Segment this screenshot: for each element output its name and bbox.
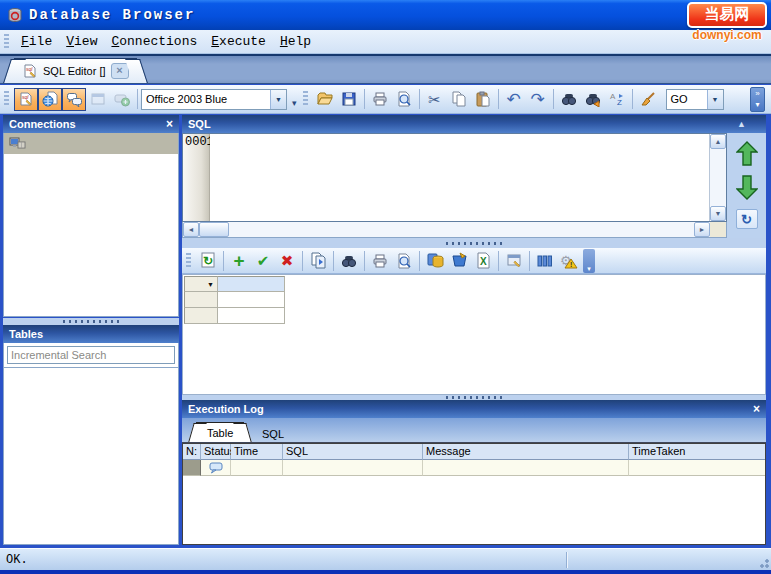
refresh-data-button[interactable]: ↻	[196, 249, 220, 272]
left-dock-splitter[interactable]	[3, 318, 179, 325]
watermark-badge: 当易网	[687, 2, 767, 28]
grid-toolbar-grip[interactable]	[186, 253, 191, 269]
tab-close-icon[interactable]: ×	[111, 63, 129, 79]
execution-log-row[interactable]	[183, 460, 765, 476]
execute-strip: ↻	[727, 133, 766, 238]
refresh-button[interactable]: ↻	[736, 209, 758, 229]
editor-grid-splitter[interactable]	[182, 238, 766, 248]
sql-editor-text-area[interactable]	[210, 134, 709, 221]
tab-sql[interactable]: SQL	[250, 428, 296, 440]
replace-text-button[interactable]: AZ	[605, 88, 629, 111]
save-button[interactable]	[337, 88, 361, 111]
connections-close-icon[interactable]: ×	[166, 119, 173, 129]
open-file-button[interactable]	[313, 88, 337, 111]
add-connection-button[interactable]	[110, 88, 134, 111]
execution-log-table[interactable]: N: Status Time SQL Message TimeTaken	[182, 443, 766, 545]
scroll-track[interactable]	[710, 149, 726, 206]
sql-editor[interactable]: 0001 ▲ ▼	[182, 133, 727, 222]
comments-button[interactable]	[62, 88, 86, 111]
svg-text:A: A	[610, 92, 616, 101]
new-sql-editor-button[interactable]: sql	[14, 88, 38, 111]
grid-options-button[interactable]: ⚙!	[557, 249, 581, 272]
grid-row-indicator[interactable]	[184, 292, 218, 308]
edit-form-button[interactable]	[502, 249, 526, 272]
scroll-thumb[interactable]	[199, 222, 229, 237]
sql-horizontal-scrollbar[interactable]: ◄ ►	[182, 222, 727, 238]
grid-filter-header-cell[interactable]: ▼	[184, 276, 218, 292]
go-combobox[interactable]: GO ▼	[666, 89, 724, 110]
preview-grid-button[interactable]	[392, 249, 416, 272]
empty-bucket-button[interactable]	[447, 249, 471, 272]
copy-records-button[interactable]	[306, 249, 330, 272]
sql-vertical-scrollbar[interactable]: ▲ ▼	[709, 134, 726, 221]
find-record-button[interactable]	[337, 249, 361, 272]
tables-panel: Tables	[3, 325, 179, 545]
grid-cell[interactable]	[218, 308, 285, 324]
svg-text:Z: Z	[617, 98, 622, 107]
refresh-icon: ↻	[741, 212, 752, 227]
connection-item[interactable]	[4, 133, 178, 154]
toolbar-grip[interactable]	[4, 91, 9, 107]
grid-row-indicator[interactable]	[184, 308, 218, 324]
open-connection-button[interactable]	[38, 88, 62, 111]
style-combobox[interactable]: Office 2003 Blue ▼	[141, 89, 287, 110]
properties-window-button[interactable]	[86, 88, 110, 111]
print-preview-button[interactable]	[392, 88, 416, 111]
line-number-gutter: 0001	[183, 134, 210, 221]
more-buttons-icon: »	[755, 90, 759, 98]
connections-list[interactable]	[3, 133, 179, 317]
menu-execute[interactable]: Execute	[204, 32, 273, 51]
grid-toolbar-overflow-button[interactable]: ▾	[583, 249, 595, 273]
menu-file[interactable]: File	[14, 32, 59, 51]
column-header: SQL	[283, 444, 423, 460]
menu-grip[interactable]	[4, 34, 9, 50]
execution-log-close-icon[interactable]: ×	[753, 404, 760, 414]
menu-help[interactable]: Help	[273, 32, 318, 51]
scroll-up-icon[interactable]: ▲	[710, 134, 726, 149]
overflow-dropdown-icon: ▾	[587, 265, 591, 272]
grid-cell[interactable]	[218, 292, 285, 308]
print-button[interactable]	[368, 88, 392, 111]
sql-cell	[283, 460, 423, 476]
resize-grip[interactable]	[757, 556, 769, 568]
tab-table[interactable]: Table	[196, 422, 244, 442]
post-record-icon[interactable]: ✔	[251, 249, 275, 272]
band-overflow-icon[interactable]: ▾	[292, 99, 297, 108]
tab-sql-editor[interactable]: sql SQL Editor [] ×	[14, 58, 137, 83]
style-combobox-dropdown-icon[interactable]: ▼	[270, 90, 286, 109]
incremental-search-input[interactable]	[7, 346, 175, 364]
result-grid-area[interactable]: ▼	[182, 274, 766, 395]
delete-record-icon[interactable]: ✖	[275, 249, 299, 272]
toolbar-overflow-button[interactable]: » ▾	[750, 87, 765, 112]
undo-icon[interactable]: ↶	[502, 88, 526, 111]
execute-up-button[interactable]	[736, 141, 758, 166]
export-database-button[interactable]	[423, 249, 447, 272]
toolbar-grip2[interactable]	[303, 91, 308, 107]
redo-icon[interactable]: ↷	[526, 88, 550, 111]
menu-connections[interactable]: Connections	[104, 32, 204, 51]
format-brush-button[interactable]	[636, 88, 660, 111]
find-replace-button[interactable]	[581, 88, 605, 111]
find-button[interactable]	[557, 88, 581, 111]
toolbar-separator	[553, 89, 554, 109]
columns-button[interactable]	[533, 249, 557, 272]
cut-icon[interactable]: ✂	[423, 88, 447, 111]
grid-column-header-cell[interactable]	[218, 276, 285, 292]
status-divider	[566, 552, 568, 568]
overflow-dropdown-icon: ▾	[755, 101, 759, 109]
scroll-track[interactable]	[229, 222, 694, 237]
scroll-left-icon[interactable]: ◄	[183, 222, 199, 237]
paste-button[interactable]	[471, 88, 495, 111]
execute-down-button[interactable]	[736, 175, 758, 200]
copy-button[interactable]	[447, 88, 471, 111]
print-grid-button[interactable]	[368, 249, 392, 272]
scroll-right-icon[interactable]: ►	[694, 222, 710, 237]
export-excel-button[interactable]: X	[471, 249, 495, 272]
row-indicator[interactable]	[183, 460, 201, 476]
go-combobox-dropdown-icon[interactable]: ▼	[707, 90, 723, 109]
insert-record-icon[interactable]: +	[227, 249, 251, 272]
menu-view[interactable]: View	[59, 32, 104, 51]
sql-collapse-icon[interactable]: ▲	[737, 119, 746, 129]
scroll-down-icon[interactable]: ▼	[710, 206, 726, 221]
tables-list[interactable]	[4, 367, 178, 543]
